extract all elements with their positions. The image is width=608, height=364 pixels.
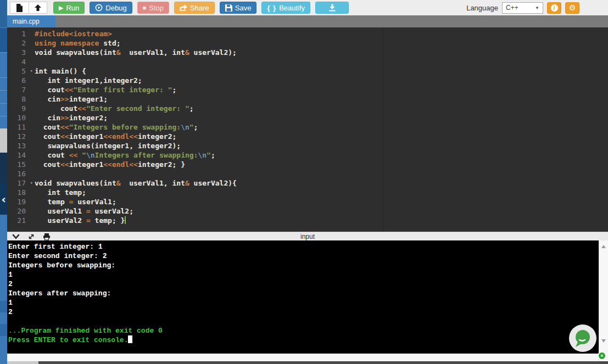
run-button[interactable]: ▶ Run xyxy=(53,2,85,14)
console-line: 1 xyxy=(8,270,599,279)
debug-label: Debug xyxy=(105,4,126,12)
code-line: 19 temp = userVal1; xyxy=(7,197,608,206)
sidebar-block xyxy=(0,90,7,103)
console-cursor xyxy=(128,335,132,343)
line-number: 20 xyxy=(7,206,35,216)
share-icon xyxy=(180,4,187,12)
file-button-group xyxy=(10,2,47,14)
line-number: 17▾ xyxy=(7,178,35,188)
language-value: C++ xyxy=(506,4,518,12)
line-number: 10 xyxy=(7,113,35,122)
chat-bubble-icon xyxy=(569,324,596,352)
code-text: swapvalues(integer1, integer2); xyxy=(35,141,181,150)
code-line: 12 cout<<integer1<<endl<<integer2; xyxy=(7,132,608,141)
save-icon xyxy=(225,4,232,12)
code-text: int integer1,integer2; xyxy=(35,76,142,85)
chevron-down-icon: ▼ xyxy=(535,5,539,10)
download-button[interactable] xyxy=(315,2,349,14)
chat-widget-button[interactable] xyxy=(569,324,596,352)
console-header: input xyxy=(7,232,608,240)
code-line: 15 cout<<integer1<<endl<<integer2; } xyxy=(7,160,608,169)
line-number: 9 xyxy=(7,104,35,113)
info-button[interactable]: i xyxy=(547,2,561,14)
scroll-up-icon[interactable] xyxy=(601,245,606,248)
line-number: 1 xyxy=(7,29,35,38)
code-text: cout<<integer1<<endl<<integer2; } xyxy=(35,160,185,169)
download-icon xyxy=(328,4,336,12)
settings-button[interactable]: ⚙ xyxy=(565,2,579,14)
code-text: using namespace std; xyxy=(35,38,121,48)
code-line: 10 cin>>integer2; xyxy=(7,113,608,122)
online-ide-window: ‹ ▶ Run Debug ■ Stop xyxy=(0,0,608,364)
sidebar-block xyxy=(0,215,7,301)
stop-icon: ■ xyxy=(143,5,147,11)
code-text: temp = userVal1; xyxy=(35,197,116,206)
language-area: Language C++ ▼ i ⚙ xyxy=(466,2,579,14)
console-line: Enter second integer: 2 xyxy=(8,251,599,261)
line-number: 3 xyxy=(7,48,35,57)
console-line: 2 xyxy=(8,307,599,317)
code-text: cout << "\nIntegers after swapping:\n"; xyxy=(35,150,215,160)
close-icon: × xyxy=(600,353,603,359)
code-text: cin>>integer1; xyxy=(35,94,108,104)
scroll-down-icon[interactable] xyxy=(601,339,606,343)
close-console-badge[interactable]: × xyxy=(598,351,606,360)
debug-icon xyxy=(95,4,103,12)
code-line: 2using namespace std; xyxy=(7,38,608,48)
left-sidebar-strip: ‹ xyxy=(0,0,7,364)
sidebar-collapse-button[interactable]: ‹ xyxy=(0,184,7,215)
beautify-label: Beautify xyxy=(279,4,305,12)
console-output[interactable]: Enter first integer: 1Enter second integ… xyxy=(7,240,599,354)
code-line: 8 cin>>integer1; xyxy=(7,94,608,104)
sidebar-block-dark xyxy=(0,153,7,184)
fold-marker-icon[interactable]: ▾ xyxy=(30,178,33,188)
code-text: userVal2 = temp; } xyxy=(35,216,126,225)
code-editor[interactable]: 1#include<iostream>2using namespace std;… xyxy=(7,27,608,232)
chevron-left-icon: ‹ xyxy=(1,193,5,206)
sidebar-block xyxy=(0,116,7,128)
beautify-button[interactable]: { } Beautify xyxy=(261,2,310,14)
code-line: 17▾void swapvalues(int& userVal1, int& u… xyxy=(7,178,608,188)
code-line: 21 userVal2 = temp; } xyxy=(7,216,608,225)
code-line: 7 cout<<"Enter first integer: "; xyxy=(7,85,608,94)
console-line: Enter first integer: 1 xyxy=(8,242,599,251)
code-line: 14 cout << "\nIntegers after swapping:\n… xyxy=(7,150,608,160)
line-number: 14 xyxy=(7,150,35,160)
code-line: 18 int temp; xyxy=(7,188,608,197)
bottom-scrollbar[interactable] xyxy=(7,361,608,364)
upload-button[interactable] xyxy=(29,2,47,14)
code-text: cout<<"Enter second integer: "; xyxy=(35,104,194,113)
console-line: 1 xyxy=(8,298,599,307)
share-button[interactable]: Share xyxy=(174,2,215,14)
console-scrollbar[interactable] xyxy=(599,240,608,364)
code-line: 1#include<iostream> xyxy=(7,29,608,38)
console-input-label[interactable]: input xyxy=(7,233,608,240)
footer-strip xyxy=(7,354,599,361)
save-button[interactable]: Save xyxy=(220,2,257,14)
debug-button[interactable]: Debug xyxy=(90,2,132,14)
code-text: cout<<integer1<<endl<<integer2; xyxy=(35,132,176,141)
line-number: 13 xyxy=(7,141,35,150)
code-line: 16 xyxy=(7,169,608,178)
tab-main-cpp[interactable]: main.cpp xyxy=(7,15,55,27)
tab-bar: main.cpp xyxy=(7,15,608,27)
line-number: 7 xyxy=(7,85,35,94)
sidebar-block xyxy=(0,324,7,336)
new-file-icon xyxy=(16,4,23,12)
console-line: Integers before swapping: xyxy=(8,261,599,270)
code-line: 4 xyxy=(7,57,608,66)
language-select[interactable]: C++ ▼ xyxy=(502,2,543,14)
gear-icon: ⚙ xyxy=(569,4,576,12)
fold-marker-icon[interactable]: ▾ xyxy=(30,66,33,76)
code-line: 11 cout<<"Integers before swapping:\n"; xyxy=(7,122,608,132)
new-file-button[interactable] xyxy=(10,2,29,14)
code-text: void swapvalues(int& userVal1, int& user… xyxy=(35,48,237,57)
line-number: 8 xyxy=(7,94,35,104)
stop-button[interactable]: ■ Stop xyxy=(137,2,169,14)
code-text: cout<<"Enter first integer: "; xyxy=(35,85,176,94)
line-number: 15 xyxy=(7,160,35,169)
tab-filename: main.cpp xyxy=(13,18,40,25)
console-line: 2 xyxy=(8,279,599,289)
sidebar-block-gray xyxy=(0,128,7,153)
sidebar-block xyxy=(0,301,7,312)
